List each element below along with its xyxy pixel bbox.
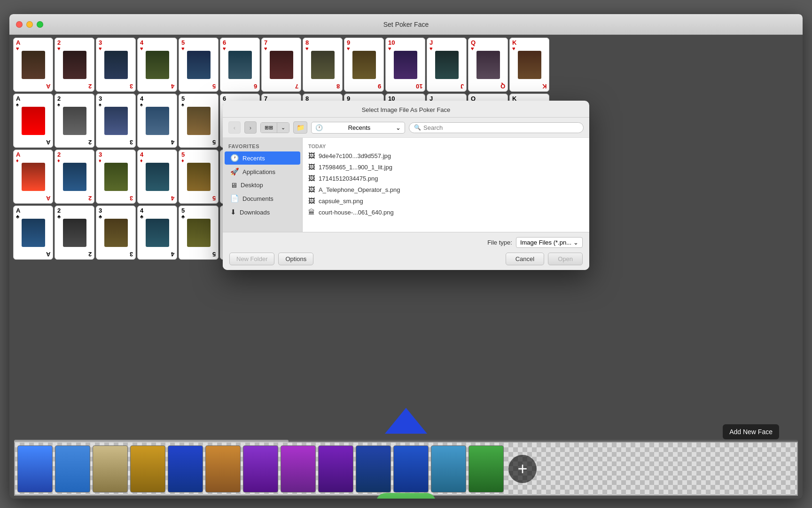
view-option-arrow[interactable]: ⌄: [277, 123, 289, 133]
add-face-tooltip: Add New Face: [723, 424, 779, 439]
file-icon-4: 🖼: [308, 186, 315, 193]
card-3-diamonds[interactable]: 3 ♦ 3: [96, 150, 136, 204]
card-2-diamonds[interactable]: 2 ♦ 2: [55, 150, 94, 204]
window-title: Set Poker Face: [383, 21, 429, 28]
documents-icon: 📄: [230, 194, 239, 203]
card-2-spades[interactable]: 2 ♠ 2: [55, 94, 94, 148]
card-2-hearts[interactable]: 2 ♥ 2: [55, 38, 94, 92]
forward-button[interactable]: ›: [244, 121, 257, 134]
face-thumb-8[interactable]: [281, 445, 316, 492]
card-5-spades[interactable]: 5 ♠ 5: [179, 94, 219, 148]
file-item-2[interactable]: 🖼 17598465_1...900_1_lit.jpg: [303, 161, 589, 173]
card-A-spades[interactable]: A ♠ A: [13, 94, 53, 148]
dialog-toolbar: ‹ › ⊞⊞ ⌄ 📁 🕐 Recents ⌄ 🔍: [223, 118, 589, 138]
folder-action-button[interactable]: 📁: [293, 121, 307, 134]
card-Q-hearts[interactable]: Q ♥ Q: [468, 38, 508, 92]
search-icon: 🔍: [414, 124, 421, 131]
back-button[interactable]: ‹: [228, 121, 241, 134]
ok-button[interactable]: ✓ OK: [376, 493, 436, 499]
card-3-hearts[interactable]: 3 ♥ 3: [96, 38, 136, 92]
card-A-diamonds[interactable]: A ♦ A: [13, 150, 53, 204]
file-item-4[interactable]: 🖼 A_Telephone_Operator_s.png: [303, 184, 589, 195]
main-window: Set Poker Face A ♥ A 2 ♥ 2 3 ♥ 3: [9, 14, 803, 499]
add-face-button[interactable]: +: [508, 455, 537, 483]
horizontal-scrollbar[interactable]: [14, 440, 798, 443]
card-J-hearts[interactable]: J ♥ J: [427, 38, 467, 92]
card-10-hearts[interactable]: 10 ♥ 10: [385, 38, 425, 92]
svg-marker-0: [385, 408, 427, 434]
applications-label: Applications: [242, 168, 275, 175]
search-input[interactable]: [423, 124, 578, 131]
desktop-label: Desktop: [241, 182, 263, 189]
file-item-1[interactable]: 🖼 9de4e7c100...3d9d557.jpg: [303, 150, 589, 161]
face-thumb-10[interactable]: [356, 445, 391, 492]
sidebar-item-recents[interactable]: 🕐 Recents: [225, 151, 300, 165]
card-A-hearts[interactable]: A ♥ A: [13, 38, 53, 92]
card-3-clubs[interactable]: 3 ♣ 3: [96, 206, 136, 260]
card-A-clubs[interactable]: A ♣ A: [13, 206, 53, 260]
search-box: 🔍: [409, 122, 584, 133]
applications-icon: 🚀: [230, 167, 239, 176]
face-thumb-1[interactable]: [17, 445, 53, 492]
documents-label: Documents: [242, 195, 273, 202]
cancel-button[interactable]: Cancel: [506, 253, 544, 265]
file-type-select[interactable]: Image Files (*.pn... ⌄: [516, 237, 583, 248]
new-folder-button[interactable]: New Folder: [229, 253, 274, 265]
card-5-hearts[interactable]: 5 ♥ 5: [179, 38, 219, 92]
face-thumb-13[interactable]: [468, 445, 504, 492]
face-thumb-6[interactable]: [205, 445, 241, 492]
minimize-button[interactable]: [26, 21, 33, 28]
file-icon-1: 🖼: [308, 152, 315, 159]
file-item-5[interactable]: 🖼 capsule_sm.png: [303, 195, 589, 206]
view-list-option[interactable]: ⊞⊞: [261, 123, 277, 133]
location-dropdown[interactable]: 🕐 Recents ⌄: [311, 122, 405, 134]
sidebar-item-applications[interactable]: 🚀 Applications: [225, 165, 300, 178]
upload-arrow: [385, 408, 427, 436]
card-9-hearts[interactable]: 9 ♥ 9: [344, 38, 384, 92]
face-thumb-11[interactable]: [393, 445, 429, 492]
options-button[interactable]: Options: [278, 253, 313, 265]
sidebar-item-downloads[interactable]: ⬇ Downloads: [225, 206, 300, 219]
face-thumb-7[interactable]: [243, 445, 278, 492]
face-thumb-12[interactable]: [431, 445, 466, 492]
close-button[interactable]: [16, 21, 23, 28]
face-thumb-3[interactable]: [93, 445, 128, 492]
plus-icon: +: [517, 460, 527, 477]
file-name-1: 9de4e7c100...3d9d557.jpg: [319, 152, 391, 159]
card-2-clubs[interactable]: 2 ♣ 2: [55, 206, 94, 260]
file-type-value: Image Files (*.pn...: [520, 239, 571, 246]
file-name-4: A_Telephone_Operator_s.png: [319, 186, 400, 193]
file-item-6[interactable]: 🏛 court-house-...061_640.png: [303, 206, 589, 218]
file-type-row: File type: Image Files (*.pn... ⌄: [229, 237, 583, 248]
face-thumb-2[interactable]: [55, 445, 90, 492]
open-button[interactable]: Open: [548, 253, 583, 265]
file-icon-3: 🖼: [308, 175, 315, 182]
view-switcher: ⊞⊞ ⌄: [260, 122, 289, 133]
face-thumb-4[interactable]: [130, 445, 165, 492]
file-name-3: 17141512034475.png: [319, 175, 378, 182]
sidebar-item-desktop[interactable]: 🖥 Desktop: [225, 179, 300, 191]
card-5-diamonds[interactable]: 5 ♦ 5: [179, 150, 219, 204]
card-7-hearts[interactable]: 7 ♥ 7: [261, 38, 301, 92]
face-thumb-9[interactable]: [318, 445, 353, 492]
favorites-section: Favorites: [223, 142, 302, 151]
window-controls: [16, 21, 43, 28]
dialog-actions: New Folder Options Cancel Open: [229, 253, 583, 265]
location-label: Recents: [348, 124, 371, 131]
card-8-hearts[interactable]: 8 ♥ 8: [303, 38, 343, 92]
card-6-hearts[interactable]: 6 ♥ 6: [220, 38, 260, 92]
card-4-spades[interactable]: 4 ♠ 4: [137, 94, 177, 148]
card-3-spades[interactable]: 3 ♠ 3: [96, 94, 136, 148]
card-5-clubs[interactable]: 5 ♣ 5: [179, 206, 219, 260]
today-section: Today: [303, 142, 589, 150]
maximize-button[interactable]: [37, 21, 43, 28]
file-icon-5: 🖼: [308, 197, 315, 205]
face-thumb-5[interactable]: [168, 445, 203, 492]
card-4-diamonds[interactable]: 4 ♦ 4: [137, 150, 177, 204]
sidebar-item-documents[interactable]: 📄 Documents: [225, 192, 300, 205]
recents-label: Recents: [242, 155, 265, 162]
card-K-hearts[interactable]: K ♥ K: [509, 38, 549, 92]
card-4-hearts[interactable]: 4 ♥ 4: [137, 38, 177, 92]
file-item-3[interactable]: 🖼 17141512034475.png: [303, 173, 589, 184]
card-4-clubs[interactable]: 4 ♣ 4: [137, 206, 177, 260]
